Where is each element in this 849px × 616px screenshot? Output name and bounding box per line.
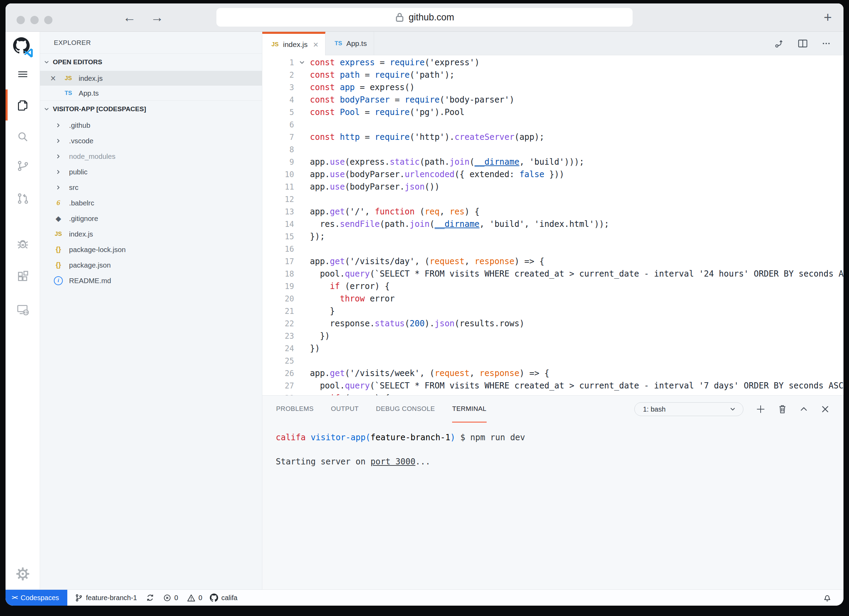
open-changes-icon[interactable] bbox=[774, 38, 785, 49]
code-text: if (error) { bbox=[310, 280, 843, 292]
minimize-window-button[interactable] bbox=[30, 16, 39, 24]
codespaces-badge[interactable]: >< Codespaces bbox=[6, 590, 67, 606]
new-tab-button[interactable]: + bbox=[824, 3, 832, 31]
new-terminal-icon[interactable] bbox=[756, 404, 766, 414]
braces-file-icon: {} bbox=[51, 261, 65, 269]
sidebar-item-.gitignore[interactable]: ◆.gitignore bbox=[40, 210, 262, 226]
terminal-line: Starting server on port 3000... bbox=[276, 456, 843, 468]
code-text: app.get('/visits/day', (request, respons… bbox=[310, 255, 843, 268]
open-editor-item-index.js[interactable]: ×JSindex.js bbox=[40, 71, 262, 86]
line-number: 11 bbox=[262, 180, 294, 193]
sidebar-item-.vscode[interactable]: .vscode bbox=[40, 133, 262, 148]
github-codespaces-logo-icon[interactable] bbox=[13, 37, 33, 57]
errors-indicator[interactable]: 0 bbox=[163, 594, 178, 602]
more-actions-icon[interactable] bbox=[821, 38, 832, 49]
chevron-down-icon bbox=[43, 59, 50, 65]
code-text: pool.query(`SELECT * FROM visits WHERE c… bbox=[310, 379, 843, 392]
remote-explorer-icon[interactable] bbox=[16, 304, 29, 316]
close-window-button[interactable] bbox=[16, 16, 25, 24]
traffic-lights bbox=[16, 16, 52, 24]
back-button[interactable]: ← bbox=[123, 10, 136, 25]
code-line-22: 22 response.status(200).json(results.row… bbox=[262, 317, 843, 330]
tab-problems[interactable]: PROBLEMS bbox=[276, 396, 314, 423]
js-file-icon: JS bbox=[51, 231, 65, 237]
babel-file-icon: 6 bbox=[51, 198, 65, 207]
code-text: app.use(express.static(path.join(__dirna… bbox=[310, 156, 843, 168]
code-line-7: 7const http = require('http').createServ… bbox=[262, 131, 843, 143]
codespaces-icon: >< bbox=[12, 594, 17, 601]
tab-index-js[interactable]: JS index.js × bbox=[262, 32, 325, 55]
sidebar-item-README.md[interactable]: iREADME.md bbox=[40, 273, 262, 288]
sidebar-item-src[interactable]: src bbox=[40, 179, 262, 195]
tab-terminal[interactable]: TERMINAL bbox=[452, 396, 486, 423]
open-editor-item-App.ts[interactable]: TSApp.ts bbox=[40, 86, 262, 100]
code-text: app.use(bodyParser.json()) bbox=[310, 180, 843, 193]
tab-output[interactable]: OUTPUT bbox=[331, 396, 359, 423]
maximize-panel-icon[interactable] bbox=[799, 405, 808, 414]
search-icon[interactable] bbox=[16, 131, 29, 143]
pull-request-icon[interactable] bbox=[16, 192, 29, 205]
notifications-bell-icon[interactable] bbox=[823, 593, 832, 602]
line-number: 4 bbox=[262, 94, 294, 106]
sidebar-item-package.json[interactable]: {}package.json bbox=[40, 257, 262, 273]
sidebar-item-node_modules[interactable]: node_modules bbox=[40, 148, 262, 164]
tab-debug-console[interactable]: DEBUG CONSOLE bbox=[376, 396, 435, 423]
code-line-1: 1const express = require('express') bbox=[262, 56, 843, 69]
line-number: 3 bbox=[262, 81, 294, 94]
braces-file-icon: {} bbox=[51, 246, 65, 254]
line-number: 24 bbox=[262, 342, 294, 355]
code-text: } bbox=[310, 305, 843, 317]
source-control-icon[interactable] bbox=[16, 160, 29, 172]
sidebar-item-.babelrc[interactable]: 6.babelrc bbox=[40, 195, 262, 210]
sidebar-item-package-lock.json[interactable]: {}package-lock.json bbox=[40, 242, 262, 257]
fold-chevron-icon[interactable] bbox=[294, 59, 310, 66]
address-bar[interactable]: github.com bbox=[216, 8, 633, 27]
kill-terminal-icon[interactable] bbox=[778, 404, 787, 414]
project-section-header[interactable]: VISITOR-APP [CODESPACES] bbox=[40, 100, 262, 118]
code-editor[interactable]: 1const express = require('express')2cons… bbox=[262, 55, 843, 395]
file-name: node_modules bbox=[69, 152, 116, 161]
extensions-icon[interactable] bbox=[16, 270, 29, 282]
sidebar-item-.github[interactable]: .github bbox=[40, 118, 262, 133]
line-number: 5 bbox=[262, 106, 294, 118]
branch-indicator[interactable]: feature-branch-1 bbox=[75, 594, 137, 602]
zoom-window-button[interactable] bbox=[44, 16, 52, 24]
debug-icon[interactable] bbox=[16, 237, 29, 251]
github-account[interactable]: califa bbox=[210, 594, 237, 602]
github-icon bbox=[210, 594, 218, 602]
bottom-panel: PROBLEMS OUTPUT DEBUG CONSOLE TERMINAL 1… bbox=[262, 395, 843, 589]
open-editors-header[interactable]: OPEN EDITORS bbox=[40, 54, 262, 71]
line-number: 9 bbox=[262, 156, 294, 168]
sidebar-item-public[interactable]: public bbox=[40, 164, 262, 179]
warnings-indicator[interactable]: 0 bbox=[187, 594, 202, 602]
settings-gear-icon[interactable] bbox=[16, 567, 30, 581]
chevron-right-icon bbox=[51, 153, 65, 160]
sidebar-item-index.js[interactable]: JSindex.js bbox=[40, 226, 262, 242]
split-editor-icon[interactable] bbox=[797, 38, 808, 49]
code-text: const Pool = require('pg').Pool bbox=[310, 106, 843, 118]
close-editor-icon[interactable]: × bbox=[49, 74, 57, 82]
code-text: }); bbox=[310, 230, 843, 243]
close-panel-icon[interactable] bbox=[821, 405, 830, 414]
code-line-10: 10app.use(bodyParser.urlencoded({ extend… bbox=[262, 168, 843, 180]
line-number: 15 bbox=[262, 230, 294, 243]
file-name: index.js bbox=[69, 230, 93, 238]
terminal-output[interactable]: califa visitor-app(feature-branch-1) $ n… bbox=[262, 423, 843, 468]
sync-icon bbox=[146, 594, 154, 602]
explorer-icon[interactable] bbox=[16, 98, 29, 112]
sync-button[interactable] bbox=[146, 594, 154, 602]
tab-app-ts[interactable]: TS App.ts bbox=[325, 32, 374, 55]
forward-button[interactable]: → bbox=[150, 10, 164, 25]
close-tab-icon[interactable]: × bbox=[313, 39, 318, 50]
code-line-28: 28 if (error) { bbox=[262, 392, 843, 395]
code-line-16: 16 bbox=[262, 243, 843, 255]
code-line-12: 12 bbox=[262, 193, 843, 206]
terminal-line bbox=[276, 444, 843, 456]
line-number: 21 bbox=[262, 305, 294, 317]
active-view-indicator bbox=[6, 89, 7, 121]
js-file-icon: JS bbox=[269, 41, 281, 48]
code-line-27: 27 pool.query(`SELECT * FROM visits WHER… bbox=[262, 379, 843, 392]
terminal-shell-select[interactable]: 1: bash bbox=[635, 402, 743, 416]
menu-icon[interactable] bbox=[17, 69, 29, 79]
code-text: app.get('/visits/week', (request, respon… bbox=[310, 367, 843, 379]
